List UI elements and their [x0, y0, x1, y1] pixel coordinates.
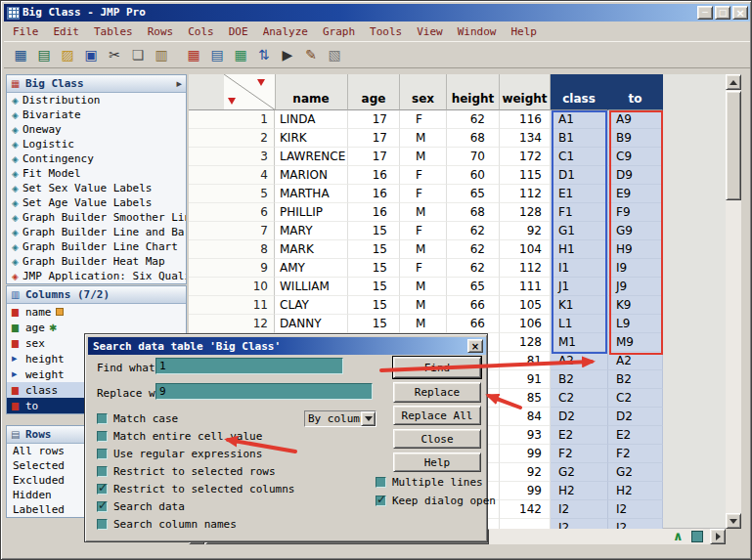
- cell-weight[interactable]: 111: [500, 278, 551, 296]
- row-number[interactable]: 1: [189, 110, 275, 129]
- cell-class[interactable]: M1: [551, 333, 608, 352]
- cell-weight[interactable]: 112: [500, 185, 551, 203]
- cell-class[interactable]: D1: [551, 166, 608, 185]
- cell-to[interactable]: G9: [608, 222, 663, 240]
- cell-weight[interactable]: 91: [500, 370, 551, 389]
- cell-sex[interactable]: F: [400, 259, 447, 278]
- cell-to[interactable]: H9: [608, 240, 663, 259]
- column-header[interactable]: to: [608, 74, 663, 110]
- copy-icon[interactable]: ❏: [127, 44, 149, 65]
- script-item[interactable]: Graph Builder Line Chart: [7, 239, 186, 254]
- cell-class[interactable]: H2: [551, 482, 608, 500]
- cell-name[interactable]: WILLIAM: [275, 278, 348, 296]
- cell-sex[interactable]: M: [400, 240, 447, 259]
- cell-height[interactable]: 62: [447, 222, 500, 240]
- cell-weight[interactable]: 99: [500, 445, 551, 463]
- cut-icon[interactable]: ✂: [104, 44, 125, 65]
- cell-class[interactable]: E2: [551, 426, 608, 445]
- menu-item[interactable]: Graph: [323, 25, 355, 38]
- graph-builder-icon[interactable]: ▦: [230, 44, 251, 65]
- cell-to[interactable]: F2: [608, 445, 663, 463]
- script-item[interactable]: Set Age Value Labels: [7, 195, 186, 210]
- vertical-scrollbar[interactable]: [726, 74, 741, 529]
- row-number[interactable]: 4: [189, 166, 275, 185]
- checkbox-box[interactable]: [97, 501, 108, 512]
- cell-weight[interactable]: 84: [500, 408, 551, 426]
- find-what-input[interactable]: [155, 358, 343, 374]
- cell-height[interactable]: 62: [447, 259, 500, 278]
- menu-item[interactable]: Help: [510, 25, 537, 38]
- cell-class[interactable]: L1: [551, 315, 608, 333]
- checkbox-box[interactable]: [376, 477, 386, 488]
- rows-menu-icon[interactable]: [228, 98, 236, 105]
- cell-sex[interactable]: F: [400, 222, 447, 240]
- cell-sex[interactable]: F: [400, 166, 447, 185]
- cell-weight[interactable]: 172: [500, 148, 551, 166]
- cell-weight[interactable]: 81: [500, 352, 551, 370]
- cell-to[interactable]: A2: [608, 352, 663, 370]
- cell-to[interactable]: E2: [608, 426, 663, 445]
- cell-to[interactable]: E9: [608, 185, 663, 203]
- cell-height[interactable]: 66: [447, 296, 500, 315]
- cell-class[interactable]: F2: [551, 445, 608, 463]
- row-number[interactable]: 10: [189, 278, 275, 296]
- by-column-dropdown[interactable]: By column: [304, 410, 376, 427]
- cell-weight[interactable]: 104: [500, 240, 551, 259]
- search-option-checkbox[interactable]: Match entire cell value: [97, 427, 294, 445]
- cell-to[interactable]: J9: [608, 278, 663, 296]
- cell-height[interactable]: 62: [447, 240, 500, 259]
- replace-with-input[interactable]: [155, 383, 373, 400]
- maximize-button[interactable]: □: [715, 6, 730, 20]
- column-list-item[interactable]: name: [7, 304, 186, 320]
- scroll-up-button[interactable]: [726, 74, 741, 90]
- search-option-checkbox[interactable]: Search column names: [97, 515, 294, 533]
- cell-age[interactable]: 16: [348, 166, 400, 185]
- minimize-button[interactable]: ─: [697, 6, 713, 20]
- menu-item[interactable]: Analyze: [263, 25, 308, 38]
- cell-to[interactable]: B9: [608, 129, 663, 148]
- cell-class[interactable]: D2: [551, 408, 608, 426]
- cell-name[interactable]: LINDA: [275, 110, 348, 129]
- cell-weight[interactable]: 112: [500, 259, 551, 278]
- chevron-right-icon[interactable]: [176, 77, 182, 90]
- cell-class[interactable]: J1: [551, 278, 608, 296]
- menu-item[interactable]: Cols: [188, 25, 214, 38]
- search-option-checkbox[interactable]: Use regular expressions: [97, 445, 294, 462]
- row-number[interactable]: 9: [189, 259, 275, 278]
- column-header[interactable]: age: [348, 74, 400, 110]
- checkbox-box[interactable]: [97, 449, 108, 459]
- cell-weight[interactable]: 142: [500, 500, 551, 519]
- cell-height[interactable]: 70: [447, 148, 500, 166]
- sort-icon[interactable]: ⇅: [253, 44, 275, 65]
- script-item[interactable]: Oneway: [7, 122, 186, 137]
- script-item[interactable]: Set Sex Value Labels: [7, 181, 186, 195]
- checkbox-box[interactable]: [376, 495, 386, 506]
- cell-class[interactable]: I2: [551, 500, 608, 519]
- cell-class[interactable]: E1: [551, 185, 608, 203]
- cell-weight[interactable]: 105: [500, 296, 551, 315]
- replace-button[interactable]: Replace: [393, 382, 481, 403]
- cell-weight[interactable]: 128: [500, 333, 551, 352]
- cell-age[interactable]: 15: [348, 296, 400, 315]
- cell-to[interactable]: D9: [608, 166, 663, 185]
- cell-height[interactable]: 60: [447, 166, 500, 185]
- script-item[interactable]: Logistic: [7, 137, 186, 151]
- columns-panel-header[interactable]: Columns (7/2): [7, 286, 186, 304]
- run-script-icon[interactable]: ▶: [277, 44, 298, 65]
- cell-age[interactable]: 15: [348, 259, 400, 278]
- cell-class[interactable]: H1: [551, 240, 608, 259]
- cell-to[interactable]: J2: [608, 519, 663, 529]
- new-data-table-icon[interactable]: ▦: [10, 44, 31, 65]
- tools-icon[interactable]: ▧: [324, 44, 345, 65]
- column-header[interactable]: class: [551, 74, 608, 110]
- menu-item[interactable]: Edit: [54, 25, 80, 38]
- cell-sex[interactable]: M: [400, 129, 447, 148]
- cell-weight[interactable]: 92: [500, 222, 551, 240]
- cell-height[interactable]: 66: [447, 315, 500, 333]
- close-button[interactable]: ×: [732, 6, 748, 20]
- cell-sex[interactable]: F: [400, 110, 447, 129]
- cell-weight[interactable]: [500, 519, 551, 529]
- cell-weight[interactable]: 85: [500, 389, 551, 408]
- cell-name[interactable]: PHILLIP: [275, 203, 348, 222]
- columns-menu-icon[interactable]: [257, 79, 265, 86]
